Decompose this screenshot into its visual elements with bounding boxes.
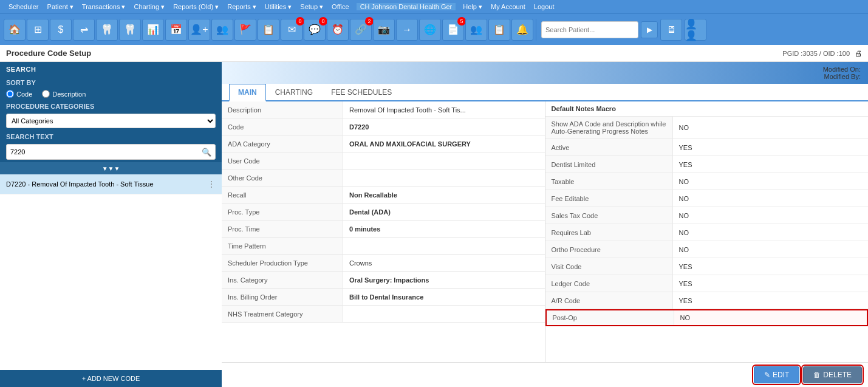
table-row: Time Pattern (222, 238, 545, 255)
row-label: Proc. Type (222, 204, 343, 220)
table-row: Visit Code YES (545, 258, 869, 275)
row-label: Ins. Category (222, 272, 343, 288)
calendar-icon[interactable]: 📅 (165, 19, 187, 41)
mail-icon[interactable]: ✉0 (281, 19, 302, 41)
nav-help[interactable]: Help ▾ (459, 3, 486, 11)
page-header: Procedure Code Setup PGID :3035 / OID :1… (0, 45, 868, 62)
nav-charting[interactable]: Charting ▾ (130, 3, 168, 11)
data-tables: Description Removal Of Impacted Tooth - … (222, 101, 868, 362)
search-text-icon[interactable]: 🔍 (198, 148, 215, 157)
nav-reports[interactable]: Reports ▾ (224, 3, 260, 11)
row-value: ORAL AND MAXILOFACIAL SURGERY (343, 135, 545, 152)
nav-setup[interactable]: Setup ▾ (296, 3, 327, 11)
row-label: Taxable (545, 173, 673, 190)
monitor-icon[interactable]: 🖥 (660, 19, 682, 41)
delete-button[interactable]: 🗑 DELETE (803, 366, 862, 383)
row-value: YES (673, 156, 869, 173)
copy-icon[interactable]: 📋 (488, 19, 510, 41)
row-label: Requires Lab (545, 224, 673, 241)
search-text-input[interactable] (7, 145, 198, 159)
table-row: Ins. Category Oral Surgery: Impactions (222, 272, 545, 289)
long-row-value: NO (673, 120, 869, 135)
edit-label: EDIT (773, 371, 789, 379)
dashboard-icon[interactable]: ⊞ (27, 19, 49, 41)
modified-info: Modified On: Modified By: (823, 66, 861, 80)
nav-utilities[interactable]: Utilities ▾ (261, 3, 296, 11)
row-value: YES (673, 275, 869, 292)
categories-label: PROCEDURE CATEGORIES (0, 100, 222, 111)
link-icon[interactable]: 🔗2 (350, 19, 372, 41)
action-bar: ✎ EDIT 🗑 DELETE (222, 362, 868, 387)
row-value: Bill to Dental Insurance (343, 289, 545, 305)
result-item-0[interactable]: D7220 - Removal Of Impacted Tooth - Soft… (0, 174, 222, 194)
nav-patient[interactable]: Patient ▾ (44, 3, 77, 11)
nav-office[interactable]: Office (328, 3, 353, 10)
row-value: NO (673, 224, 869, 241)
row-label: Time Pattern (222, 238, 343, 254)
sort-description-option[interactable]: Description (42, 90, 86, 98)
long-row: Show ADA Code and Description while Auto… (545, 117, 869, 139)
icon-toolbar: 🏠 ⊞ $ ⇌ 🦷 🦷 📊 📅 👤+ 👥 🚩 📋 ✉0 💬0 ⏰ 🔗2 📷 → … (0, 13, 868, 45)
nav-logout[interactable]: Logout (530, 3, 558, 10)
sort-radio-group: Code Description (0, 87, 222, 100)
camera-icon[interactable]: 📷 (373, 19, 395, 41)
page-title: Procedure Code Setup (6, 49, 91, 58)
row-value: NO (673, 173, 869, 190)
persons-icon[interactable]: 👥 (211, 19, 233, 41)
table-row: User Code (222, 152, 545, 170)
search-section-title: SEARCH (0, 62, 222, 77)
table-row: Description Removal Of Impacted Tooth - … (222, 101, 545, 118)
result-text: D7220 - Removal Of Impacted Tooth - Soft… (6, 180, 154, 188)
row-value: Crowns (343, 255, 545, 271)
tooth-icon[interactable]: 🦷 (96, 19, 118, 41)
row-value (343, 152, 545, 169)
row-label: Dentist Limited (545, 156, 673, 173)
pgid-label: PGID :3035 / OID :100 (782, 50, 850, 57)
categories-select[interactable]: All Categories (6, 114, 216, 128)
nav-transactions[interactable]: Transactions ▾ (78, 3, 129, 11)
doc-icon[interactable]: 📄5 (442, 19, 464, 41)
flag-icon[interactable]: 🚩 (234, 19, 256, 41)
tab-fee-schedules[interactable]: FEE SCHEDULES (322, 84, 401, 101)
row-value (343, 238, 545, 254)
edit-button[interactable]: ✎ EDIT (754, 366, 799, 383)
globe-icon[interactable]: 🌐 (419, 19, 441, 41)
row-value: NO (673, 207, 869, 224)
dollar-icon[interactable]: $ (50, 19, 72, 41)
person-add-icon[interactable]: 👤+ (188, 19, 210, 41)
tab-main[interactable]: MAIN (229, 84, 266, 101)
home-icon[interactable]: 🏠 (4, 19, 26, 41)
add-new-code-button[interactable]: + ADD NEW CODE (0, 370, 222, 387)
nav-reports-old[interactable]: Reports (Old) ▾ (169, 3, 222, 11)
chat-icon[interactable]: 💬0 (304, 19, 326, 41)
row-value: 0 minutes (343, 221, 545, 237)
notes-icon[interactable]: 📋 (258, 19, 279, 41)
tab-charting[interactable]: CHARTING (266, 84, 322, 101)
search-patient-input[interactable] (541, 21, 638, 38)
clock-icon[interactable]: ⏰ (327, 19, 349, 41)
sort-description-label: Description (52, 91, 86, 98)
transactions-icon[interactable]: ⇌ (73, 19, 95, 41)
sidebar-results: D7220 - Removal Of Impacted Tooth - Soft… (0, 174, 222, 370)
users-icon[interactable]: 👤👤 (685, 19, 706, 41)
table-row: Taxable NO (545, 173, 869, 190)
nav-scheduler[interactable]: Scheduler (5, 3, 43, 10)
row-value: NO (673, 190, 869, 207)
print-icon[interactable]: 🖨 (855, 49, 862, 58)
tooth2-icon[interactable]: 🦷 (119, 19, 141, 41)
row-label: A/R Code (545, 292, 673, 309)
bell-icon[interactable]: 🔔 (511, 19, 533, 41)
sort-code-option[interactable]: Code (6, 90, 32, 98)
left-table: Description Removal Of Impacted Tooth - … (222, 101, 545, 362)
chart-icon[interactable]: 📊 (142, 19, 164, 41)
arrow-right-icon[interactable]: → (396, 19, 418, 41)
result-dots-icon: ⋮ (207, 179, 216, 189)
table-row: Proc. Type Dental (ADA) (222, 204, 545, 221)
table-row: Ortho Procedure NO (545, 241, 869, 258)
sidebar-divider: ▼▼▼ (0, 162, 222, 174)
nav-myaccount[interactable]: My Account (487, 3, 529, 10)
search-go-button[interactable]: ▶ (641, 21, 658, 38)
row-label: Active (545, 139, 673, 156)
group-icon[interactable]: 👥 (465, 19, 487, 41)
table-row: A/R Code YES (545, 292, 869, 309)
